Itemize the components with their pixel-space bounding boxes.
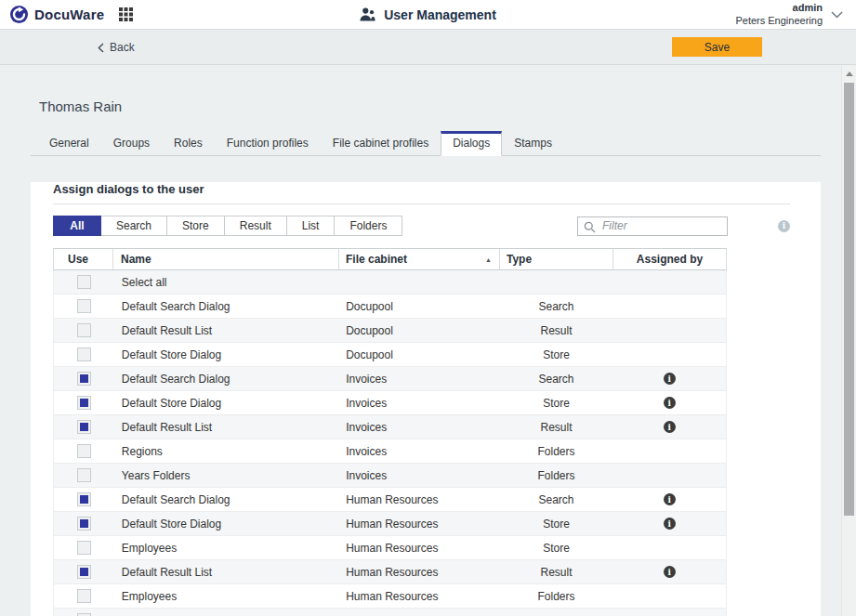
- help-info-icon[interactable]: [778, 220, 790, 232]
- use-checkbox[interactable]: [77, 517, 91, 531]
- use-cell: [54, 584, 114, 608]
- use-checkbox[interactable]: [77, 565, 91, 579]
- tab-file-cabinet-profiles[interactable]: File cabinet profiles: [321, 132, 441, 155]
- dialog-type: Store: [500, 512, 613, 535]
- filter-list-button[interactable]: List: [286, 216, 336, 236]
- assigned-by-cell: [612, 439, 726, 463]
- dialog-name: Employees: [114, 584, 339, 608]
- divider: [53, 203, 790, 204]
- table-row: Employees Human Resources Store: [54, 536, 726, 560]
- table-row: Default Search Dialog Docupool Search: [54, 295, 726, 319]
- tab-dialogs[interactable]: Dialogs: [441, 131, 502, 156]
- use-cell: [54, 295, 114, 318]
- filter-result-button[interactable]: Result: [224, 216, 287, 236]
- assigned-by-cell: [612, 609, 726, 616]
- dialog-name: Regions: [114, 439, 339, 463]
- assigned-by-cell: [612, 464, 726, 487]
- assigned-by-info-icon[interactable]: [664, 518, 676, 530]
- file-cabinet-name: Human Resources: [339, 536, 500, 559]
- tab-function-profiles[interactable]: Function profiles: [215, 132, 321, 155]
- use-cell: [54, 439, 114, 463]
- assigned-by-info-icon[interactable]: [664, 397, 676, 409]
- file-cabinet-name: Docupool: [339, 319, 500, 342]
- use-checkbox[interactable]: [77, 323, 91, 337]
- use-checkbox[interactable]: [77, 541, 91, 555]
- file-cabinet-name: Invoices: [339, 391, 500, 414]
- dialogs-panel: Assign dialogs to the user All Search St…: [31, 182, 821, 616]
- filter-input-wrap: [577, 216, 728, 236]
- use-checkbox[interactable]: [77, 589, 91, 603]
- assigned-by-info-icon[interactable]: [664, 421, 676, 433]
- use-cell: [54, 391, 114, 414]
- use-cell: [54, 488, 114, 511]
- table-row: Select all: [54, 270, 726, 295]
- dialog-type: Store: [500, 536, 613, 559]
- table-row: [54, 609, 726, 616]
- assigned-by-cell: [612, 319, 726, 342]
- use-checkbox[interactable]: [77, 492, 91, 506]
- file-cabinet-name: [339, 270, 500, 294]
- save-button[interactable]: Save: [672, 37, 762, 57]
- account-info: admin Peters Engineering: [735, 2, 823, 28]
- dialog-type: Search: [500, 367, 613, 390]
- table-row: Years Folders Invoices Folders: [54, 464, 726, 488]
- filter-input[interactable]: [577, 216, 728, 236]
- tab-roles[interactable]: Roles: [162, 132, 215, 155]
- dialog-name: Select all: [114, 270, 339, 294]
- dialog-type: Folders: [500, 439, 613, 463]
- use-checkbox[interactable]: [77, 468, 91, 482]
- file-cabinet-name: Invoices: [339, 464, 500, 487]
- filter-search-button[interactable]: Search: [100, 216, 167, 236]
- use-checkbox[interactable]: [77, 372, 91, 386]
- column-header-name: Name: [113, 249, 339, 269]
- dialog-name: Default Result List: [114, 319, 339, 342]
- filter-all-button[interactable]: All: [53, 216, 101, 236]
- sort-ascending-icon: ▲: [485, 256, 492, 263]
- file-cabinet-name: Docupool: [339, 295, 500, 318]
- use-cell: [54, 319, 114, 342]
- filter-folders-button[interactable]: Folders: [334, 216, 402, 236]
- table-row: Default Search Dialog Human Resources Se…: [54, 488, 726, 512]
- use-cell: [54, 464, 114, 487]
- back-button[interactable]: Back: [98, 41, 135, 54]
- vertical-scrollbar[interactable]: [841, 66, 856, 616]
- use-checkbox[interactable]: [77, 420, 91, 434]
- dialog-type: Result: [500, 415, 613, 439]
- dialog-name: Default Search Dialog: [114, 488, 339, 511]
- use-cell: [54, 560, 114, 583]
- file-cabinet-name: Human Resources: [339, 512, 500, 535]
- tab-stamps[interactable]: Stamps: [502, 132, 564, 155]
- assigned-by-info-icon[interactable]: [664, 373, 676, 385]
- assigned-by-cell: [612, 488, 726, 511]
- dialog-name: Default Result List: [114, 560, 339, 583]
- tab-general[interactable]: General: [37, 132, 101, 155]
- use-checkbox[interactable]: [77, 396, 91, 410]
- use-checkbox[interactable]: [77, 347, 91, 361]
- assigned-by-info-icon[interactable]: [664, 493, 676, 505]
- table-row: Default Store Dialog Human Resources Sto…: [54, 512, 726, 536]
- tab-groups[interactable]: Groups: [101, 132, 162, 155]
- use-cell: [54, 343, 114, 366]
- dialog-type: Store: [500, 391, 613, 414]
- chevron-down-icon[interactable]: [831, 11, 843, 19]
- use-cell: [54, 512, 114, 535]
- use-checkbox[interactable]: [77, 275, 91, 289]
- use-checkbox[interactable]: [77, 444, 91, 458]
- column-header-assigned-by: Assigned by: [613, 249, 727, 269]
- table-body: Select all Default Search Dialog Docupoo…: [53, 270, 727, 616]
- table-row: Default Result List Docupool Result: [54, 319, 726, 343]
- column-header-file-cabinet[interactable]: File cabinet ▲: [339, 249, 500, 269]
- column-header-use: Use: [53, 249, 113, 269]
- table-header: Use Name File cabinet ▲ Type Assigned by: [53, 248, 727, 270]
- assigned-by-cell: [612, 343, 726, 366]
- file-cabinet-name: Invoices: [339, 367, 500, 390]
- use-checkbox[interactable]: [77, 299, 91, 313]
- file-cabinet-name: Human Resources: [339, 488, 500, 511]
- filter-store-button[interactable]: Store: [166, 216, 225, 236]
- scroll-up-arrow-icon: [846, 72, 853, 76]
- assigned-by-info-icon[interactable]: [664, 566, 676, 578]
- search-icon: [584, 220, 596, 237]
- account-menu[interactable]: admin Peters Engineering: [735, 2, 847, 28]
- scrollbar-thumb[interactable]: [844, 83, 854, 516]
- scrollbar-up-button[interactable]: [842, 66, 856, 81]
